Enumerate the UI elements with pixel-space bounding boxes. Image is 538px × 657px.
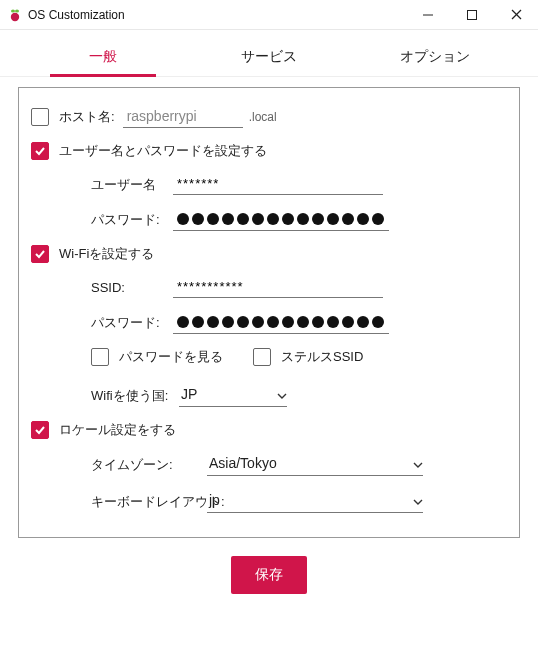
wifi-label: Wi-Fiを設定する (59, 245, 154, 263)
wifi-country-value: JP (181, 386, 197, 402)
hostname-label: ホスト名: (59, 108, 115, 126)
chevron-down-icon (277, 386, 287, 402)
save-button[interactable]: 保存 (231, 556, 307, 594)
svg-point-1 (11, 9, 15, 12)
titlebar: OS Customization (0, 0, 538, 30)
wifi-options-row: パスワードを見る ステルスSSID (31, 348, 501, 366)
window-title: OS Customization (28, 8, 125, 22)
tab-options[interactable]: オプション (352, 34, 518, 76)
set-user-checkbox[interactable] (31, 142, 49, 160)
wifi-country-label: Wifiを使う国: (91, 387, 175, 405)
keyboard-select[interactable]: jp (207, 490, 423, 513)
keyboard-label: キーボードレイアウト: (91, 493, 203, 511)
wifi-checkbox[interactable] (31, 245, 49, 263)
wifi-country-row: Wifiを使う国: JP (31, 384, 501, 407)
wifi-password-input[interactable] (173, 312, 389, 334)
raspberry-pi-icon (8, 8, 22, 22)
set-user-row: ユーザー名とパスワードを設定する (31, 142, 501, 160)
wifi-password-row: パスワード: (31, 312, 501, 334)
timezone-select[interactable]: Asia/Tokyo (207, 453, 423, 476)
maximize-button[interactable] (450, 0, 494, 30)
close-button[interactable] (494, 0, 538, 30)
show-password-checkbox[interactable] (91, 348, 109, 366)
keyboard-row: キーボードレイアウト: jp (31, 490, 501, 513)
show-password-label: パスワードを見る (119, 348, 223, 366)
locale-checkbox[interactable] (31, 421, 49, 439)
ssid-input[interactable] (173, 277, 383, 298)
footer: 保存 (18, 538, 520, 594)
stealth-ssid-checkbox[interactable] (253, 348, 271, 366)
keyboard-value: jp (209, 492, 220, 508)
timezone-value: Asia/Tokyo (209, 455, 277, 471)
hostname-row: ホスト名: .local (31, 106, 501, 128)
timezone-label: タイムゾーン: (91, 456, 203, 474)
username-row: ユーザー名 (31, 174, 501, 195)
tab-services[interactable]: サービス (186, 34, 352, 76)
chevron-down-icon (413, 492, 423, 508)
wifi-row: Wi-Fiを設定する (31, 245, 501, 263)
hostname-checkbox[interactable] (31, 108, 49, 126)
wifi-country-select[interactable]: JP (179, 384, 287, 407)
general-panel: ホスト名: .local ユーザー名とパスワードを設定する ユーザー名 パスワー… (18, 87, 520, 538)
user-password-label: パスワード: (91, 211, 169, 229)
chevron-down-icon (413, 455, 423, 471)
svg-rect-4 (468, 10, 477, 19)
locale-label: ロケール設定をする (59, 421, 176, 439)
svg-point-2 (15, 9, 19, 12)
username-label: ユーザー名 (91, 176, 169, 194)
tab-general[interactable]: 一般 (20, 34, 186, 76)
hostname-suffix: .local (249, 110, 277, 124)
set-user-label: ユーザー名とパスワードを設定する (59, 142, 267, 160)
wifi-password-label: パスワード: (91, 314, 169, 332)
ssid-label: SSID: (91, 280, 141, 295)
minimize-button[interactable] (406, 0, 450, 30)
ssid-row: SSID: (31, 277, 501, 298)
stealth-ssid-label: ステルスSSID (281, 348, 363, 366)
svg-point-0 (11, 12, 19, 20)
locale-row: ロケール設定をする (31, 421, 501, 439)
user-password-input[interactable] (173, 209, 389, 231)
tab-bar: 一般 サービス オプション (0, 30, 538, 76)
username-input[interactable] (173, 174, 383, 195)
hostname-input[interactable] (123, 106, 243, 128)
timezone-row: タイムゾーン: Asia/Tokyo (31, 453, 501, 476)
user-password-row: パスワード: (31, 209, 501, 231)
